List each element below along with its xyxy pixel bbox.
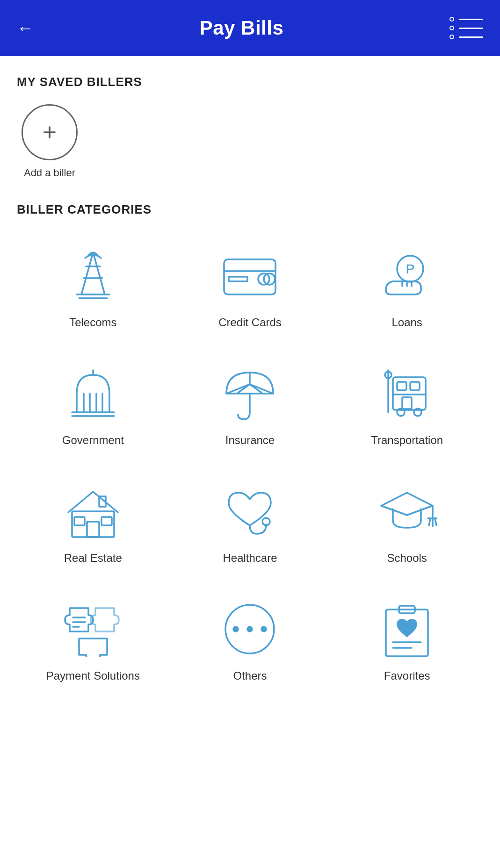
category-telecoms[interactable]: Telecoms	[17, 232, 169, 340]
category-payment-solutions[interactable]: Payment Solutions	[17, 585, 169, 694]
menu-bar-1	[459, 19, 483, 20]
main-content: MY SAVED BILLERS + Add a biller BILLER C…	[0, 56, 500, 712]
svg-line-50	[435, 518, 436, 525]
real-estate-icon	[56, 479, 130, 544]
menu-button[interactable]	[449, 17, 483, 39]
header: ← Pay Bills	[0, 0, 500, 56]
svg-marker-45	[381, 493, 433, 515]
government-label: Government	[62, 434, 124, 447]
loans-label: Loans	[391, 316, 422, 329]
insurance-icon	[212, 361, 287, 426]
category-real-estate[interactable]: Real Estate	[17, 467, 169, 576]
back-button[interactable]: ←	[17, 18, 34, 38]
category-others[interactable]: Others	[174, 585, 326, 694]
category-transportation[interactable]: Transportation	[331, 350, 483, 458]
payment-solutions-label: Payment Solutions	[46, 669, 140, 682]
categories-grid: Telecoms Credit Cards	[17, 232, 483, 694]
add-biller-button[interactable]: + Add a biller	[17, 104, 82, 179]
svg-rect-34	[402, 397, 412, 409]
add-biller-label: Add a biller	[24, 167, 75, 179]
svg-text:P: P	[406, 262, 415, 276]
schools-label: Schools	[387, 552, 427, 565]
biller-categories-title: BILLER CATEGORIES	[17, 202, 483, 217]
healthcare-label: Healthcare	[223, 552, 277, 565]
healthcare-icon	[212, 479, 287, 544]
telecoms-label: Telecoms	[69, 316, 116, 329]
menu-bar-3	[459, 36, 483, 38]
category-schools[interactable]: Schools	[331, 467, 483, 576]
svg-point-57	[261, 627, 266, 631]
payment-solutions-icon	[56, 596, 130, 662]
svg-point-55	[233, 627, 238, 631]
credit-cards-label: Credit Cards	[218, 316, 282, 329]
svg-line-48	[429, 518, 430, 525]
add-biller-circle: +	[22, 104, 78, 160]
others-label: Others	[233, 669, 267, 682]
biller-categories-section: BILLER CATEGORIES	[17, 202, 483, 694]
category-healthcare[interactable]: Healthcare	[174, 467, 326, 576]
category-credit-cards[interactable]: Credit Cards	[174, 232, 326, 340]
svg-rect-7	[229, 277, 247, 281]
saved-billers-title: MY SAVED BILLERS	[17, 75, 483, 89]
transportation-icon	[370, 361, 444, 426]
credit-cards-icon	[212, 243, 287, 308]
menu-bar-2	[459, 28, 483, 29]
insurance-label: Insurance	[225, 434, 275, 447]
category-government[interactable]: Government	[17, 350, 169, 458]
category-loans[interactable]: P Loans	[331, 232, 483, 340]
menu-dot-1	[449, 17, 454, 22]
svg-rect-41	[87, 522, 99, 537]
transportation-label: Transportation	[371, 434, 443, 447]
category-favorites[interactable]: Favorites	[331, 585, 483, 694]
government-icon	[56, 361, 130, 426]
menu-dot-2	[449, 26, 454, 30]
schools-icon	[370, 479, 444, 544]
svg-rect-43	[101, 517, 112, 525]
favorites-label: Favorites	[384, 669, 430, 682]
svg-rect-31	[397, 382, 406, 390]
others-icon	[212, 596, 287, 662]
svg-point-56	[247, 627, 252, 631]
favorites-icon	[370, 596, 444, 662]
svg-rect-39	[72, 511, 114, 537]
svg-rect-32	[410, 382, 420, 390]
category-insurance[interactable]: Insurance	[174, 350, 326, 458]
telecoms-icon	[56, 243, 130, 308]
svg-rect-42	[74, 517, 85, 525]
menu-dot-3	[449, 35, 454, 39]
add-biller-plus-icon: +	[43, 120, 57, 144]
real-estate-label: Real Estate	[64, 552, 122, 565]
saved-billers-section: MY SAVED BILLERS + Add a biller	[17, 75, 483, 179]
page-title: Pay Bills	[200, 17, 284, 39]
loans-icon: P	[370, 243, 444, 308]
